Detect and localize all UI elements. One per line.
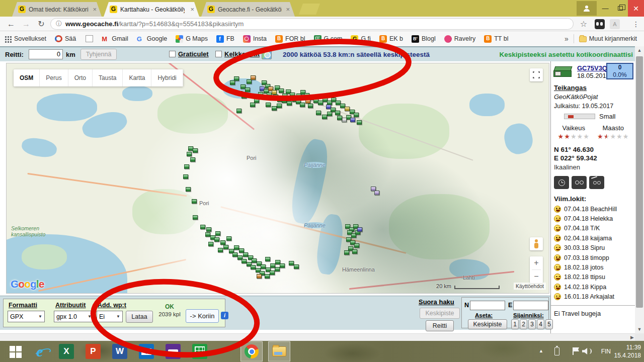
back-button[interactable]: ←: [5, 18, 17, 30]
cache-marker[interactable]: [232, 252, 237, 257]
position-button-4[interactable]: 4: [537, 319, 544, 329]
cache-marker[interactable]: [190, 157, 195, 162]
cache-marker[interactable]: [308, 104, 313, 108]
cache-marker[interactable]: [282, 94, 287, 98]
bookmarks-overflow-button[interactable]: »: [565, 35, 569, 43]
cache-marker[interactable]: [236, 109, 242, 113]
browser-tab[interactable]: GOmat tiedot: Kätkökorit×: [12, 2, 102, 17]
cache-marker[interactable]: [192, 199, 197, 204]
cache-marker[interactable]: [220, 240, 225, 245]
bookmark-blogger[interactable]: FOR bl: [275, 35, 305, 43]
cache-marker[interactable]: [234, 76, 239, 81]
profile-button[interactable]: [577, 1, 597, 16]
bookmark-ravelry[interactable]: Ravelry: [444, 35, 475, 43]
map-layer-tausta[interactable]: Tausta: [93, 69, 123, 86]
motorcycle-icon[interactable]: [589, 176, 604, 189]
taskbar-start-icon[interactable]: [4, 341, 26, 361]
bookmark-google[interactable]: Google: [137, 35, 167, 43]
tab-close-icon[interactable]: ×: [189, 6, 195, 13]
cache-marker[interactable]: [186, 187, 191, 192]
extension-icon[interactable]: [595, 19, 605, 29]
pdf-extension-icon[interactable]: A: [610, 19, 620, 29]
cache-marker[interactable]: [354, 113, 359, 117]
log-entry[interactable]: 02.04.18 kaijama: [554, 233, 633, 243]
cache-marker[interactable]: [282, 99, 287, 103]
taskbar-remote-icon[interactable]: [162, 341, 184, 361]
taskbar-word-icon[interactable]: W: [109, 341, 131, 361]
scroll-right-arrow[interactable]: ▶: [630, 334, 634, 341]
cache-marker[interactable]: [272, 90, 277, 95]
map-layer-osm[interactable]: OSM: [14, 69, 40, 86]
position-button-5[interactable]: 5: [545, 319, 553, 329]
cache-marker[interactable]: [252, 258, 257, 263]
add-waypoints-select[interactable]: Ei▼: [97, 311, 123, 322]
tray-clock[interactable]: 11:39 15.4.2018: [614, 343, 641, 359]
terms-link[interactable]: Käyttöehdot: [514, 283, 546, 290]
cache-marker[interactable]: [266, 103, 271, 107]
bookmark-gmaps[interactable]: G Maps: [176, 35, 208, 43]
cache-marker[interactable]: [214, 237, 219, 242]
log-entry[interactable]: 07.04.18 BeachHill: [554, 204, 633, 214]
reload-button[interactable]: ↻: [35, 18, 47, 30]
bookmark-blogl[interactable]: Blogl: [412, 35, 436, 43]
cache-marker[interactable]: [335, 111, 340, 115]
cache-marker[interactable]: [183, 174, 188, 179]
format-select[interactable]: GPX▼: [8, 311, 45, 322]
clock-icon[interactable]: [554, 176, 569, 189]
log-entry[interactable]: 07.04.18 Helekka: [554, 214, 633, 223]
cache-marker[interactable]: [261, 264, 266, 269]
cache-marker[interactable]: [279, 88, 284, 93]
bookmark-gmail[interactable]: Gmail: [102, 35, 128, 43]
cache-marker[interactable]: [272, 106, 277, 111]
cache-marker[interactable]: [289, 261, 294, 265]
cache-marker[interactable]: [184, 164, 189, 169]
cache-marker[interactable]: [206, 227, 211, 232]
cache-marker[interactable]: [193, 148, 198, 153]
url-bar[interactable]: ⓘ www.geocache.fi/kartta/?p=514683&q=555…: [50, 18, 574, 30]
browser-menu-button[interactable]: ⋮: [630, 18, 642, 30]
browser-tab[interactable]: GGeocache.fi - Geokätköil×: [201, 2, 295, 17]
graticule-checkbox[interactable]: [169, 51, 176, 57]
cache-marker[interactable]: [374, 191, 379, 195]
fullscreen-icon[interactable]: [530, 68, 543, 81]
position-button-3[interactable]: 3: [528, 319, 536, 329]
cache-marker[interactable]: [304, 93, 309, 98]
taskbar-powerpoint-icon[interactable]: P: [82, 341, 104, 361]
cache-marker[interactable]: [300, 103, 305, 107]
cache-marker[interactable]: [352, 249, 357, 254]
set-center-button[interactable]: Keskipiste: [468, 319, 507, 329]
tab-close-icon[interactable]: ×: [92, 6, 98, 13]
battery-icon[interactable]: [554, 347, 559, 355]
cache-marker[interactable]: [215, 231, 220, 236]
cache-marker[interactable]: [245, 87, 250, 92]
cache-marker[interactable]: [208, 242, 213, 246]
cache-marker[interactable]: [270, 263, 275, 268]
cache-marker[interactable]: [251, 265, 256, 269]
snowmobile-routes-checkbox[interactable]: [215, 51, 222, 57]
cache-marker[interactable]: [290, 93, 295, 97]
cache-marker[interactable]: [223, 245, 228, 249]
cache-marker[interactable]: [265, 274, 270, 279]
download-button[interactable]: Lataa: [126, 311, 153, 323]
bookmark-saa[interactable]: Sää: [55, 35, 76, 42]
cache-marker[interactable]: [280, 263, 285, 268]
taskbar-explorer-icon[interactable]: [268, 341, 290, 361]
cache-marker[interactable]: [242, 259, 247, 263]
zoom-out-button[interactable]: −: [530, 270, 543, 283]
bookmark-doc[interactable]: [85, 35, 93, 42]
cache-marker[interactable]: [270, 270, 275, 275]
log-entry[interactable]: 07.04.18 T/K: [554, 224, 633, 233]
action-center-icon[interactable]: [573, 347, 574, 355]
cache-marker[interactable]: [275, 267, 280, 272]
log-entry[interactable]: 30.03.18 Sipru: [554, 243, 633, 253]
cache-marker[interactable]: [193, 215, 198, 220]
scrollbar-thumb[interactable]: [636, 56, 643, 308]
bookmark-fb[interactable]: FB: [216, 35, 234, 43]
cache-marker[interactable]: [350, 118, 355, 122]
bookmark-gfi[interactable]: G.fi: [351, 35, 370, 43]
bookmark-blogger[interactable]: TT bl: [484, 35, 508, 43]
bookmark-insta[interactable]: Insta: [243, 35, 267, 43]
cache-marker[interactable]: [226, 236, 231, 241]
horizontal-scrollbar[interactable]: ▶: [0, 333, 635, 341]
forward-button[interactable]: →: [20, 18, 32, 30]
